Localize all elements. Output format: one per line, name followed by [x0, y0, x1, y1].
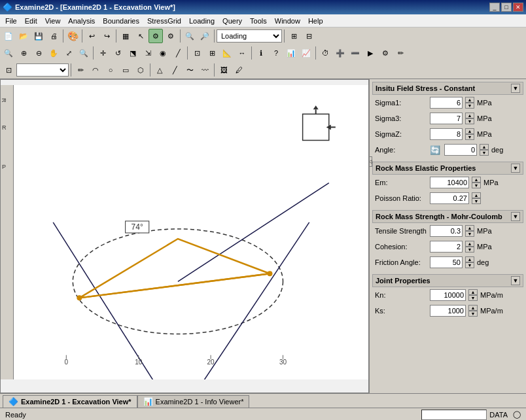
ks-up[interactable]: ▲ — [468, 305, 478, 311]
tb-save[interactable]: 💾 — [31, 29, 46, 43]
poisson-down[interactable]: ▼ — [472, 198, 481, 204]
em-input[interactable] — [430, 177, 469, 188]
tb2-query[interactable]: ? — [269, 46, 283, 60]
tensile-up[interactable]: ▲ — [465, 225, 474, 231]
tb2-remove[interactable]: ➖ — [348, 46, 362, 60]
tb-open[interactable]: 📂 — [16, 29, 31, 43]
tb3-dropdown[interactable] — [16, 63, 69, 77]
tb2-rotate[interactable]: ↺ — [111, 46, 125, 60]
sigma3-up[interactable]: ▲ — [465, 113, 474, 118]
tb-extra-1[interactable]: ⊞ — [287, 29, 301, 43]
friction-up[interactable]: ▲ — [465, 256, 474, 262]
tb2-zoom-select[interactable]: 🔍 — [77, 46, 91, 60]
tb3-snap2[interactable]: ⊡ — [1, 63, 16, 77]
tb-undo[interactable]: ↩ — [84, 29, 99, 43]
tb-colors[interactable]: 🎨 — [65, 29, 80, 43]
menu-view[interactable]: View — [41, 16, 65, 26]
angle-up[interactable]: ▲ — [480, 144, 489, 150]
close-button[interactable]: ✕ — [513, 3, 523, 12]
tb2-node[interactable]: ◉ — [156, 46, 170, 60]
tb2-snap[interactable]: ⊡ — [190, 46, 204, 60]
tb2-info[interactable]: ℹ — [254, 46, 268, 60]
tab-info[interactable]: 📊 Examine2D 1 - Info Viewer* — [137, 395, 250, 408]
menu-edit[interactable]: Edit — [21, 16, 41, 26]
tb2-add[interactable]: ➕ — [333, 46, 347, 60]
tb3-poly[interactable]: ⬡ — [133, 63, 148, 77]
menu-tools[interactable]: Tools — [246, 16, 271, 26]
tb-select[interactable]: ↖ — [133, 29, 148, 43]
tb3-bezier[interactable]: 〜 — [183, 63, 197, 77]
tb3-rect[interactable]: ▭ — [118, 63, 133, 77]
tb-extra-2[interactable]: ⊟ — [302, 29, 316, 43]
poisson-input[interactable] — [430, 192, 469, 204]
friction-down[interactable]: ▼ — [465, 262, 474, 268]
cohesion-input[interactable] — [430, 241, 463, 253]
status-input[interactable] — [421, 410, 487, 420]
tb-settings[interactable]: ⚙ — [164, 29, 178, 43]
tb2-zoom-out2[interactable]: ⊖ — [31, 46, 46, 60]
splitter-arrow[interactable]: ◁ — [0, 230, 1, 243]
menu-boundaries[interactable]: Boundaries — [99, 16, 143, 26]
sigma3-down[interactable]: ▼ — [465, 118, 474, 124]
tb2-chart[interactable]: 📈 — [299, 46, 313, 60]
sigma1-up[interactable]: ▲ — [465, 97, 474, 103]
menu-analysis[interactable]: Analysis — [64, 16, 99, 26]
maximize-button[interactable]: □ — [501, 3, 512, 12]
tab-excavation[interactable]: 🔷 Examine2D 1 - Excavation View* — [3, 395, 137, 408]
tb-redo[interactable]: ↪ — [99, 29, 114, 43]
tb2-measure[interactable]: 📐 — [220, 46, 234, 60]
kn-input[interactable] — [430, 289, 466, 301]
tb2-grid2[interactable]: ⊞ — [205, 46, 219, 60]
menu-stressgrid[interactable]: StressGrid — [143, 16, 185, 26]
tensile-down[interactable]: ▼ — [465, 231, 474, 237]
sigmaz-input[interactable] — [430, 128, 463, 140]
tensile-input[interactable] — [430, 225, 463, 237]
kn-up[interactable]: ▲ — [468, 289, 478, 295]
tb-grid[interactable]: ▦ — [118, 29, 133, 43]
kn-down[interactable]: ▼ — [468, 295, 478, 301]
tb3-pen2[interactable]: 🖊 — [232, 63, 246, 77]
menu-query[interactable]: Query — [219, 16, 246, 26]
tb3-triangle[interactable]: △ — [152, 63, 167, 77]
tb3-circle[interactable]: ○ — [103, 63, 118, 77]
sigma1-down[interactable]: ▼ — [465, 103, 474, 109]
poisson-up[interactable]: ▲ — [472, 192, 481, 198]
elastic-collapse[interactable]: ▼ — [511, 164, 520, 173]
angle-input[interactable] — [444, 144, 477, 156]
tb3-freehand[interactable]: 〰 — [198, 63, 212, 77]
tb2-history[interactable]: ⏱ — [318, 46, 332, 60]
menu-window[interactable]: Window — [271, 16, 304, 26]
sigma3-input[interactable] — [430, 113, 463, 124]
menu-file[interactable]: File — [1, 16, 21, 26]
friction-input[interactable] — [430, 256, 463, 268]
tb2-options[interactable]: ⚙ — [378, 46, 393, 60]
menu-help[interactable]: Help — [304, 16, 327, 26]
strength-collapse[interactable]: ▼ — [511, 212, 520, 221]
insitu-collapse[interactable]: ▼ — [511, 84, 520, 93]
tb2-zoom-window[interactable]: 🔍 — [1, 46, 16, 60]
tb2-zoom-in2[interactable]: ⊕ — [16, 46, 31, 60]
sigmaz-down[interactable]: ▼ — [465, 134, 474, 140]
sigmaz-up[interactable]: ▲ — [465, 128, 474, 134]
ks-down[interactable]: ▼ — [468, 311, 478, 317]
tb-zoom-in[interactable]: 🔍 — [183, 29, 197, 43]
ks-input[interactable] — [430, 305, 466, 317]
angle-down[interactable]: ▼ — [480, 150, 489, 156]
menu-loading[interactable]: Loading — [185, 16, 219, 26]
elastic-splitter[interactable]: ◁ — [369, 156, 372, 167]
tb2-line[interactable]: ╱ — [171, 46, 185, 60]
tb3-pencil[interactable]: ✏ — [73, 63, 88, 77]
tb-print[interactable]: 🖨 — [46, 29, 61, 43]
tb2-move[interactable]: ✛ — [96, 46, 110, 60]
tb-new[interactable]: 📄 — [1, 29, 16, 43]
tb2-play[interactable]: ▶ — [363, 46, 377, 60]
em-down[interactable]: ▼ — [472, 183, 481, 188]
cohesion-up[interactable]: ▲ — [465, 241, 474, 247]
tb3-img[interactable]: 🖼 — [217, 63, 231, 77]
loading-dropdown[interactable]: Loading — [217, 29, 282, 43]
tb3-arc[interactable]: ◠ — [88, 63, 103, 77]
cohesion-down[interactable]: ▼ — [465, 247, 474, 253]
tb2-dimension[interactable]: ↔ — [235, 46, 249, 60]
tb2-scale[interactable]: ⇲ — [141, 46, 155, 60]
tb2-pan[interactable]: ✋ — [46, 46, 61, 60]
